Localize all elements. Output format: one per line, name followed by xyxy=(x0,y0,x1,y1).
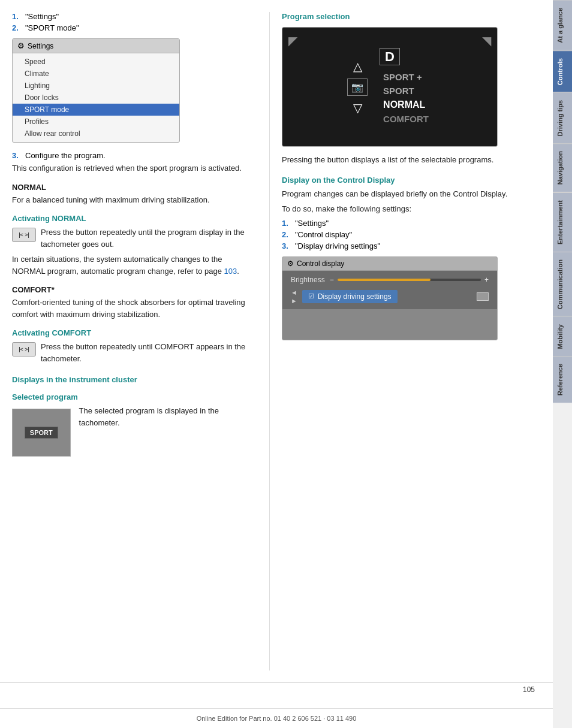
comfort-icon-button: |< >| xyxy=(12,342,36,357)
display-heading: Display on the Control Display xyxy=(282,176,528,185)
step2-text: "SPORT mode" xyxy=(25,23,79,32)
prog-normal: NORMAL xyxy=(380,98,432,111)
menu-sport-mode: SPORT mode xyxy=(13,104,179,116)
sidebar-tab-at-a-glance[interactable]: At a glance xyxy=(553,0,572,50)
sidebar-tab-controls[interactable]: Controls xyxy=(553,50,572,92)
screen-icon xyxy=(477,292,489,301)
display-step-2: 2. "Control display" xyxy=(282,230,528,239)
program-selection-text: Pressing the button displays a list of t… xyxy=(282,154,528,166)
page-link-103[interactable]: 103 xyxy=(224,267,237,276)
display-step-3: 3. "Display driving settings" xyxy=(282,241,528,250)
slider-minus-icon: − xyxy=(330,276,334,284)
program-arrow-down: ▽ xyxy=(353,101,362,115)
step1-text: "Settings" xyxy=(25,12,59,21)
activating-comfort-row: |< >| Press the button repeatedly until … xyxy=(12,341,257,364)
checkbox-icon: ☑ xyxy=(308,292,314,300)
control-display-screenshot: ⚙ Control display Brightness − xyxy=(282,256,498,340)
activating-normal-heading: Activating NORMAL xyxy=(12,214,257,223)
ctrl-title-text: Control display xyxy=(297,259,344,268)
prog-comfort: COMFORT xyxy=(380,113,432,125)
menu-door-locks: Door locks xyxy=(13,92,179,104)
normal-heading: NORMAL xyxy=(12,183,257,192)
prog-sport-plus: SPORT + xyxy=(380,71,432,83)
settings-title-bar: ⚙ Settings xyxy=(13,39,179,53)
screen-corner-right: ◥ xyxy=(482,34,491,48)
display-text1: Program changes can be displayed briefly… xyxy=(282,188,528,200)
sidebar-tab-mobility[interactable]: Mobility xyxy=(553,316,572,357)
comfort-heading: COMFORT* xyxy=(12,285,257,294)
gear-icon: ⚙ xyxy=(17,41,25,50)
sidebar: At a glance Controls Driving tips Naviga… xyxy=(553,0,572,728)
ctrl-nav-arrows: ◄ ► xyxy=(291,289,297,304)
sidebar-tab-navigation[interactable]: Navigation xyxy=(553,143,572,192)
footer-online-edition: Online Edition for Part no. 01 40 2 606 … xyxy=(0,708,553,728)
menu-allow-rear-control: Allow rear control xyxy=(13,128,179,140)
normal-icon-button: |< >| xyxy=(12,228,36,242)
page-number: 105 xyxy=(0,682,553,696)
brightness-label: Brightness xyxy=(291,276,325,284)
sidebar-tab-reference[interactable]: Reference xyxy=(553,356,572,403)
camera-icon-box: 📷 xyxy=(347,78,368,96)
ctrl-gear-icon: ⚙ xyxy=(287,259,294,268)
menu-profiles: Profiles xyxy=(13,116,179,128)
sidebar-tab-entertainment[interactable]: Entertainment xyxy=(553,192,572,252)
display-step1-text: "Settings" xyxy=(295,219,329,228)
activating-normal-text2: In certain situations, the system automa… xyxy=(12,253,257,277)
display-driving-settings-btn: ☑ Display driving settings xyxy=(302,290,398,303)
brightness-row: Brightness − + xyxy=(291,276,489,284)
settings-screenshot: ⚙ Settings Speed Climate Lighting Door l… xyxy=(12,38,180,143)
sidebar-tab-communication[interactable]: Communication xyxy=(553,252,572,316)
step3-text: Configure the program. xyxy=(25,151,106,160)
sidebar-tab-driving-tips[interactable]: Driving tips xyxy=(553,92,572,144)
config-text: This configuration is retrieved when the… xyxy=(12,162,257,174)
menu-climate: Climate xyxy=(13,68,179,80)
selected-program-text: The selected program is displayed in the… xyxy=(79,405,257,428)
brightness-slider: − + xyxy=(330,276,489,284)
activating-comfort-text: Press the button repeatedly until COMFOR… xyxy=(41,341,257,364)
program-selection-heading: Program selection xyxy=(282,12,528,21)
normal-text: For a balanced tuning with maximum drivi… xyxy=(12,194,257,206)
display-driving-label: Display driving settings xyxy=(318,292,392,301)
prog-sport: SPORT xyxy=(380,84,432,97)
program-select-screenshot: ◤ ◥ △ 📷 ▽ D xyxy=(282,27,498,147)
display-text2: To do so, make the following settings: xyxy=(282,203,528,215)
sport-badge-text: SPORT xyxy=(25,427,58,439)
step-1: 1. "Settings" xyxy=(12,12,257,21)
display-step3-text: "Display driving settings" xyxy=(295,241,380,250)
display-step2-text: "Control display" xyxy=(295,230,352,239)
display-step-1: 1. "Settings" xyxy=(282,219,528,228)
settings-title-text: Settings xyxy=(28,42,53,50)
step-2: 2. "SPORT mode" xyxy=(12,23,257,32)
comfort-text: Comfort-oriented tuning of the shock abs… xyxy=(12,297,257,320)
ctrl-body: Brightness − + xyxy=(282,271,497,309)
selected-program-heading: Selected program xyxy=(12,392,257,401)
activating-normal-text1: Press the button repeatedly until the pr… xyxy=(41,226,257,250)
menu-lighting: Lighting xyxy=(13,80,179,92)
slider-fill xyxy=(338,279,431,281)
display-driving-row: ◄ ► ☑ Display driving settings xyxy=(291,289,489,304)
slider-plus-icon: + xyxy=(484,276,489,284)
step-3: 3. Configure the program. xyxy=(12,151,257,160)
activating-normal-row: |< >| Press the button repeatedly until … xyxy=(12,226,257,250)
menu-speed: Speed xyxy=(13,56,179,68)
camera-icon: 📷 xyxy=(351,81,363,93)
ctrl-title-bar: ⚙ Control display xyxy=(282,257,497,271)
slider-track xyxy=(338,279,481,281)
screen-corner-left: ◤ xyxy=(288,34,297,48)
gear-indicator: D xyxy=(380,48,400,65)
activating-comfort-heading: Activating COMFORT xyxy=(12,328,257,337)
displays-heading: Displays in the instrument cluster xyxy=(12,375,257,384)
program-arrow-up: △ xyxy=(353,59,362,74)
sport-badge-image: SPORT xyxy=(12,409,71,457)
